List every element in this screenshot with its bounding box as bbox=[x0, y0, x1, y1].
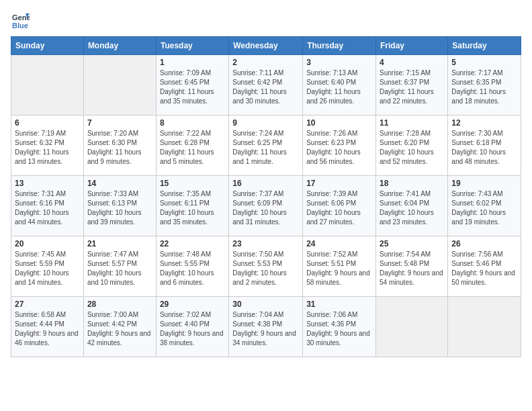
day-number: 2 bbox=[232, 58, 299, 67]
day-number: 15 bbox=[160, 179, 225, 188]
calendar-cell: 28Sunrise: 7:00 AM Sunset: 4:42 PM Dayli… bbox=[83, 297, 156, 357]
calendar-cell: 23Sunrise: 7:50 AM Sunset: 5:53 PM Dayli… bbox=[229, 236, 303, 297]
day-info: Sunrise: 7:39 AM Sunset: 6:06 PM Dayligh… bbox=[306, 189, 372, 227]
day-info: Sunrise: 7:02 AM Sunset: 4:40 PM Dayligh… bbox=[160, 310, 225, 348]
day-number: 29 bbox=[160, 300, 225, 309]
day-info: Sunrise: 7:43 AM Sunset: 6:02 PM Dayligh… bbox=[451, 189, 517, 227]
day-number: 10 bbox=[306, 118, 372, 128]
day-number: 18 bbox=[380, 179, 444, 188]
day-number: 20 bbox=[15, 239, 80, 248]
calendar-cell: 27Sunrise: 6:58 AM Sunset: 4:44 PM Dayli… bbox=[11, 297, 84, 357]
day-info: Sunrise: 7:37 AM Sunset: 6:09 PM Dayligh… bbox=[232, 189, 299, 227]
calendar-cell: 7Sunrise: 7:20 AM Sunset: 6:30 PM Daylig… bbox=[83, 116, 156, 176]
calendar-cell bbox=[448, 297, 521, 357]
calendar-cell: 16Sunrise: 7:37 AM Sunset: 6:09 PM Dayli… bbox=[229, 176, 303, 236]
calendar-cell: 1Sunrise: 7:09 AM Sunset: 6:45 PM Daylig… bbox=[156, 55, 228, 116]
calendar-cell: 29Sunrise: 7:02 AM Sunset: 4:40 PM Dayli… bbox=[156, 297, 228, 357]
day-info: Sunrise: 7:06 AM Sunset: 4:36 PM Dayligh… bbox=[306, 310, 372, 348]
calendar-cell: 26Sunrise: 7:56 AM Sunset: 5:46 PM Dayli… bbox=[448, 236, 521, 297]
calendar-cell: 3Sunrise: 7:13 AM Sunset: 6:40 PM Daylig… bbox=[303, 55, 376, 116]
day-number: 14 bbox=[87, 179, 152, 188]
day-info: Sunrise: 7:30 AM Sunset: 6:18 PM Dayligh… bbox=[451, 129, 517, 167]
day-info: Sunrise: 7:09 AM Sunset: 6:45 PM Dayligh… bbox=[160, 68, 225, 106]
day-info: Sunrise: 7:48 AM Sunset: 5:55 PM Dayligh… bbox=[160, 250, 225, 287]
calendar-cell: 17Sunrise: 7:39 AM Sunset: 6:06 PM Dayli… bbox=[303, 176, 376, 236]
day-info: Sunrise: 7:04 AM Sunset: 4:38 PM Dayligh… bbox=[232, 310, 299, 348]
day-info: Sunrise: 7:54 AM Sunset: 5:48 PM Dayligh… bbox=[380, 250, 444, 287]
day-number: 24 bbox=[306, 239, 372, 248]
calendar-cell: 24Sunrise: 7:52 AM Sunset: 5:51 PM Dayli… bbox=[303, 236, 376, 297]
day-info: Sunrise: 7:24 AM Sunset: 6:25 PM Dayligh… bbox=[232, 129, 299, 167]
calendar-cell: 11Sunrise: 7:28 AM Sunset: 6:20 PM Dayli… bbox=[376, 116, 448, 176]
day-header-tuesday: Tuesday bbox=[156, 37, 228, 55]
day-info: Sunrise: 7:31 AM Sunset: 6:16 PM Dayligh… bbox=[15, 189, 80, 227]
day-info: Sunrise: 7:33 AM Sunset: 6:13 PM Dayligh… bbox=[87, 189, 152, 227]
day-number: 12 bbox=[451, 118, 517, 128]
day-info: Sunrise: 7:45 AM Sunset: 5:59 PM Dayligh… bbox=[15, 250, 80, 287]
day-number: 22 bbox=[160, 239, 225, 248]
day-info: Sunrise: 7:15 AM Sunset: 6:37 PM Dayligh… bbox=[380, 68, 444, 106]
logo-icon: General Blue bbox=[11, 11, 30, 30]
day-header-monday: Monday bbox=[83, 37, 156, 55]
calendar-cell: 4Sunrise: 7:15 AM Sunset: 6:37 PM Daylig… bbox=[376, 55, 448, 116]
day-number: 27 bbox=[15, 300, 80, 309]
day-number: 7 bbox=[87, 118, 152, 128]
day-info: Sunrise: 7:13 AM Sunset: 6:40 PM Dayligh… bbox=[306, 68, 372, 106]
day-info: Sunrise: 7:35 AM Sunset: 6:11 PM Dayligh… bbox=[160, 189, 225, 227]
calendar-week-1: 1Sunrise: 7:09 AM Sunset: 6:45 PM Daylig… bbox=[11, 55, 521, 116]
calendar-cell: 5Sunrise: 7:17 AM Sunset: 6:35 PM Daylig… bbox=[448, 55, 521, 116]
day-info: Sunrise: 7:00 AM Sunset: 4:42 PM Dayligh… bbox=[87, 310, 152, 348]
day-info: Sunrise: 7:47 AM Sunset: 5:57 PM Dayligh… bbox=[87, 250, 152, 287]
day-number: 26 bbox=[451, 239, 517, 248]
calendar-cell: 25Sunrise: 7:54 AM Sunset: 5:48 PM Dayli… bbox=[376, 236, 448, 297]
days-header-row: SundayMondayTuesdayWednesdayThursdayFrid… bbox=[11, 37, 521, 55]
day-info: Sunrise: 7:50 AM Sunset: 5:53 PM Dayligh… bbox=[232, 250, 299, 287]
day-number: 1 bbox=[160, 58, 225, 67]
calendar-cell: 14Sunrise: 7:33 AM Sunset: 6:13 PM Dayli… bbox=[83, 176, 156, 236]
day-header-sunday: Sunday bbox=[11, 37, 84, 55]
calendar-cell: 22Sunrise: 7:48 AM Sunset: 5:55 PM Dayli… bbox=[156, 236, 228, 297]
day-number: 21 bbox=[87, 239, 152, 248]
day-header-friday: Friday bbox=[376, 37, 448, 55]
calendar-cell: 31Sunrise: 7:06 AM Sunset: 4:36 PM Dayli… bbox=[303, 297, 376, 357]
calendar-table: SundayMondayTuesdayWednesdayThursdayFrid… bbox=[11, 36, 521, 357]
day-info: Sunrise: 7:52 AM Sunset: 5:51 PM Dayligh… bbox=[306, 250, 372, 287]
day-info: Sunrise: 7:41 AM Sunset: 6:04 PM Dayligh… bbox=[380, 189, 444, 227]
day-info: Sunrise: 7:17 AM Sunset: 6:35 PM Dayligh… bbox=[451, 68, 517, 106]
day-info: Sunrise: 7:11 AM Sunset: 6:42 PM Dayligh… bbox=[232, 68, 299, 106]
day-number: 30 bbox=[232, 300, 299, 309]
day-number: 28 bbox=[87, 300, 152, 309]
calendar-cell: 9Sunrise: 7:24 AM Sunset: 6:25 PM Daylig… bbox=[229, 116, 303, 176]
day-number: 13 bbox=[15, 179, 80, 188]
calendar-cell: 10Sunrise: 7:26 AM Sunset: 6:23 PM Dayli… bbox=[303, 116, 376, 176]
day-info: Sunrise: 7:56 AM Sunset: 5:46 PM Dayligh… bbox=[451, 250, 517, 287]
calendar-cell bbox=[11, 55, 84, 116]
svg-text:Blue: Blue bbox=[12, 21, 28, 30]
calendar-week-3: 13Sunrise: 7:31 AM Sunset: 6:16 PM Dayli… bbox=[11, 176, 521, 236]
calendar-cell: 12Sunrise: 7:30 AM Sunset: 6:18 PM Dayli… bbox=[448, 116, 521, 176]
day-number: 19 bbox=[451, 179, 517, 188]
day-number: 23 bbox=[232, 239, 299, 248]
day-info: Sunrise: 7:22 AM Sunset: 6:28 PM Dayligh… bbox=[160, 129, 225, 167]
calendar-week-2: 6Sunrise: 7:19 AM Sunset: 6:32 PM Daylig… bbox=[11, 116, 521, 176]
day-number: 17 bbox=[306, 179, 372, 188]
day-info: Sunrise: 7:20 AM Sunset: 6:30 PM Dayligh… bbox=[87, 129, 152, 167]
day-number: 25 bbox=[380, 239, 444, 248]
day-number: 9 bbox=[232, 118, 299, 128]
calendar-cell: 20Sunrise: 7:45 AM Sunset: 5:59 PM Dayli… bbox=[11, 236, 84, 297]
calendar-cell: 8Sunrise: 7:22 AM Sunset: 6:28 PM Daylig… bbox=[156, 116, 228, 176]
calendar-cell: 15Sunrise: 7:35 AM Sunset: 6:11 PM Dayli… bbox=[156, 176, 228, 236]
day-number: 8 bbox=[160, 118, 225, 128]
day-info: Sunrise: 6:58 AM Sunset: 4:44 PM Dayligh… bbox=[15, 310, 80, 348]
calendar-cell: 6Sunrise: 7:19 AM Sunset: 6:32 PM Daylig… bbox=[11, 116, 84, 176]
calendar-week-4: 20Sunrise: 7:45 AM Sunset: 5:59 PM Dayli… bbox=[11, 236, 521, 297]
day-number: 3 bbox=[306, 58, 372, 67]
day-info: Sunrise: 7:28 AM Sunset: 6:20 PM Dayligh… bbox=[380, 129, 444, 167]
logo: General Blue bbox=[11, 11, 32, 30]
day-number: 6 bbox=[15, 118, 80, 128]
day-number: 4 bbox=[380, 58, 444, 67]
calendar-cell bbox=[376, 297, 448, 357]
day-header-wednesday: Wednesday bbox=[229, 37, 303, 55]
day-info: Sunrise: 7:26 AM Sunset: 6:23 PM Dayligh… bbox=[306, 129, 372, 167]
calendar-cell: 2Sunrise: 7:11 AM Sunset: 6:42 PM Daylig… bbox=[229, 55, 303, 116]
